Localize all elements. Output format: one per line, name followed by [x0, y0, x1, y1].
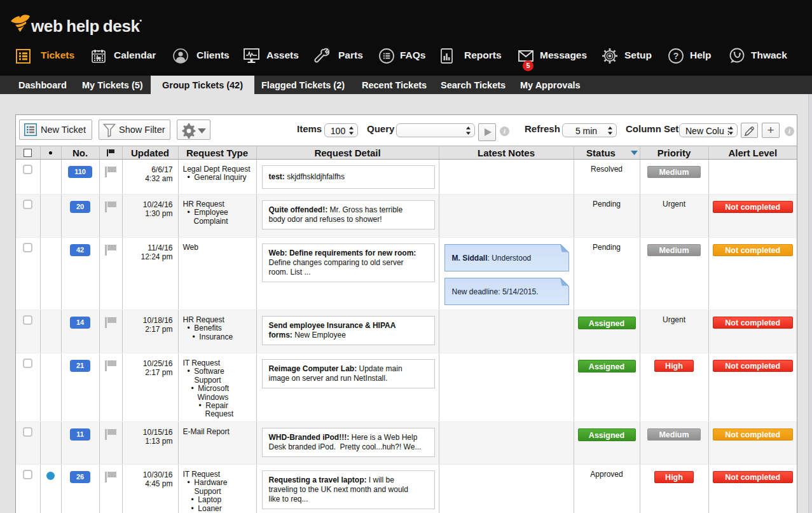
svg-text:?: ? — [673, 51, 679, 61]
